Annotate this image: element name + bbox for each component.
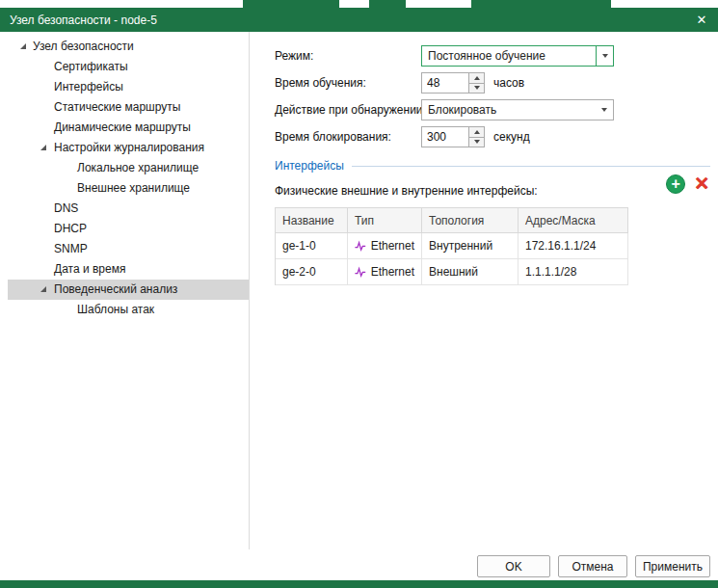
content-panel: Режим: Постоянное обучение Время обучени… bbox=[250, 32, 710, 549]
background-window-fragment bbox=[471, 0, 611, 8]
chevron-down-icon[interactable] bbox=[596, 46, 613, 66]
ok-button[interactable]: OK bbox=[477, 555, 550, 577]
iface-type-cell[interactable]: Ethernet bbox=[348, 233, 422, 259]
sidebar-item[interactable]: Динамические маршруты bbox=[8, 118, 249, 138]
delete-interface-button[interactable]: ✕ bbox=[694, 174, 709, 194]
apply-button[interactable]: Применить bbox=[635, 555, 710, 577]
ethernet-icon bbox=[355, 239, 366, 253]
background-window-fragment bbox=[369, 0, 406, 8]
action-dropdown-value: Блокировать bbox=[428, 103, 596, 117]
sidebar-item[interactable]: DHCP bbox=[8, 219, 249, 239]
sidebar-item-label: DHCP bbox=[54, 222, 87, 235]
training-time-unit: часов bbox=[493, 72, 524, 94]
sidebar-item[interactable]: Локальное хранилище bbox=[8, 158, 249, 178]
iface-address-cell[interactable]: 172.16.1.1/24 bbox=[519, 233, 628, 259]
sidebar-item-label: Сертификаты bbox=[54, 60, 128, 73]
ethernet-icon bbox=[355, 265, 366, 279]
sidebar-item-label: Локальное хранилище bbox=[77, 161, 199, 174]
dialog-window: Узел безопасности - node-5 ✕ Узел безопа… bbox=[0, 0, 718, 588]
iface-type-cell[interactable]: Ethernet bbox=[348, 259, 422, 285]
sidebar-item-label: Динамические маршруты bbox=[54, 120, 191, 134]
stepper-buttons bbox=[468, 73, 484, 93]
close-icon[interactable]: ✕ bbox=[685, 8, 718, 32]
sidebar-item[interactable]: Дата и время bbox=[8, 259, 249, 280]
stepper-up-icon[interactable] bbox=[469, 127, 484, 138]
iface-type-label: Ethernet bbox=[371, 239, 414, 253]
training-time-label: Время обучения: bbox=[275, 72, 366, 94]
interfaces-description: Физические внешние и внутренние интерфей… bbox=[275, 181, 538, 200]
table-toolbar: + ✕ bbox=[666, 174, 709, 194]
block-time-stepper bbox=[421, 126, 485, 147]
expanded-triangle-icon[interactable] bbox=[20, 43, 26, 49]
sidebar-item[interactable]: SNMP bbox=[8, 239, 249, 259]
sidebar-item[interactable]: Узел безопасности bbox=[8, 37, 249, 57]
sidebar-item-label: Настройки журналирования bbox=[54, 141, 204, 154]
sidebar-item-label: Дата и время bbox=[54, 262, 125, 276]
mode-dropdown[interactable]: Постоянное обучение bbox=[421, 45, 614, 67]
sidebar-item-label: SNMP bbox=[54, 242, 88, 255]
iface-name-cell[interactable]: ge-1-0 bbox=[276, 233, 348, 259]
sidebar-item[interactable]: Статические маршруты bbox=[8, 97, 249, 118]
sidebar-tree: Узел безопасностиСертификатыИнтерфейсыСт… bbox=[8, 32, 250, 549]
sidebar-item[interactable]: Сертификаты bbox=[8, 57, 249, 77]
expanded-triangle-icon[interactable] bbox=[40, 286, 46, 292]
window-bottom-bar bbox=[0, 580, 718, 588]
sidebar-item[interactable]: Внешнее хранилище bbox=[8, 178, 249, 199]
window-title: Узел безопасности - node-5 bbox=[10, 13, 157, 27]
sidebar-item[interactable]: Поведенческий анализ bbox=[8, 280, 249, 300]
add-interface-button[interactable]: + bbox=[666, 174, 685, 194]
iface-topology-cell[interactable]: Внутренний bbox=[422, 233, 519, 259]
table-header-cell[interactable]: Адрес/Маска bbox=[519, 208, 628, 233]
expanded-triangle-icon[interactable] bbox=[40, 145, 46, 150]
table-header-cell[interactable]: Тип bbox=[348, 208, 422, 233]
mode-label: Режим: bbox=[275, 45, 313, 67]
sidebar-item-label: Поведенческий анализ bbox=[54, 282, 177, 296]
iface-address-cell[interactable]: 1.1.1.1/28 bbox=[519, 259, 628, 285]
stepper-down-icon[interactable] bbox=[469, 84, 484, 94]
block-time-unit: секунд bbox=[493, 126, 530, 147]
sidebar-item[interactable]: Интерфейсы bbox=[8, 77, 249, 97]
table-header-cell[interactable]: Название bbox=[276, 208, 348, 233]
interfaces-table: НазваниеТипТопологияАдрес/Маскаge-1-0Eth… bbox=[275, 207, 628, 285]
sidebar-item[interactable]: DNS bbox=[8, 199, 249, 219]
chevron-down-icon[interactable] bbox=[596, 100, 613, 120]
iface-type-label: Ethernet bbox=[371, 265, 414, 279]
sidebar-item-label: Интерфейсы bbox=[54, 80, 123, 94]
training-time-input[interactable] bbox=[422, 73, 468, 93]
title-bar: Узел безопасности - node-5 ✕ bbox=[0, 8, 718, 32]
sidebar-item[interactable]: Шаблоны атак bbox=[8, 300, 249, 320]
action-label: Действие при обнаружении: bbox=[275, 99, 426, 120]
action-dropdown[interactable]: Блокировать bbox=[421, 99, 614, 120]
iface-topology-cell[interactable]: Внешний bbox=[422, 259, 519, 285]
stepper-down-icon[interactable] bbox=[469, 138, 484, 147]
stepper-up-icon[interactable] bbox=[469, 73, 484, 84]
section-divider bbox=[352, 166, 710, 167]
section-title: Интерфейсы bbox=[275, 159, 344, 173]
block-time-label: Время блокирования: bbox=[275, 126, 391, 147]
stepper-buttons bbox=[468, 127, 484, 147]
interfaces-section-header: Интерфейсы bbox=[275, 158, 710, 174]
background-window-fragment bbox=[243, 0, 339, 8]
sidebar-item[interactable]: Настройки журналирования bbox=[8, 138, 249, 158]
sidebar-item-label: Узел безопасности bbox=[33, 40, 134, 53]
block-time-input[interactable] bbox=[422, 127, 468, 147]
sidebar-item-label: Внешнее хранилище bbox=[77, 181, 190, 195]
sidebar-item-label: DNS bbox=[54, 201, 78, 215]
training-time-stepper bbox=[421, 72, 485, 94]
mode-dropdown-value: Постоянное обучение bbox=[428, 49, 596, 63]
sidebar-item-label: Статические маршруты bbox=[54, 100, 180, 114]
iface-name-cell[interactable]: ge-2-0 bbox=[276, 259, 348, 285]
table-header-cell[interactable]: Топология bbox=[422, 208, 519, 233]
sidebar-item-label: Шаблоны атак bbox=[77, 303, 154, 316]
cancel-button[interactable]: Отмена bbox=[558, 555, 627, 577]
